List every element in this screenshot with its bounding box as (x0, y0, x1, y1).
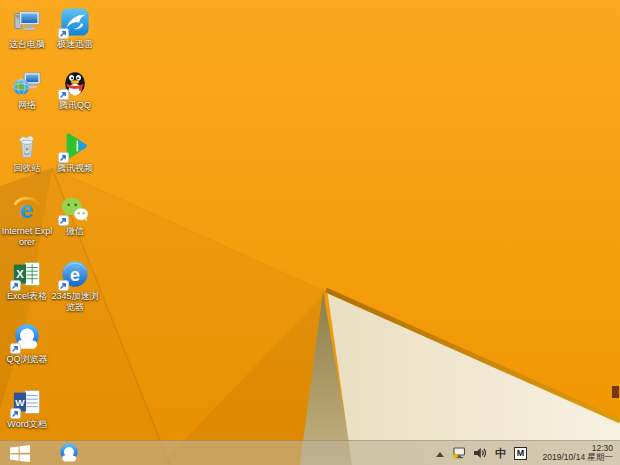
desktop-icon-label: 网络 (18, 100, 36, 111)
network-warning-icon (452, 447, 466, 460)
svg-text:e: e (70, 265, 80, 285)
desktop-icon-label: 这台电脑 (9, 39, 45, 50)
chevron-up-icon (436, 452, 444, 457)
desktop-icon-label: 腾讯QQ (59, 100, 91, 111)
recycle-bin-icon (12, 131, 42, 161)
desktop-icon-tencent-qq[interactable]: 腾讯QQ (43, 68, 107, 111)
windows-logo-icon (10, 445, 30, 462)
desktop-icon-wechat[interactable]: 微信 (43, 194, 107, 237)
desktop-icon-label: QQ浏览器 (6, 354, 47, 365)
desktop-icon-qq-browser[interactable]: QQ浏览器 (0, 322, 59, 365)
desktop-icon-xunlei[interactable]: 极速迅雷 (43, 7, 107, 50)
taskbar-qq-browser-button[interactable] (52, 441, 86, 465)
start-button[interactable] (0, 441, 40, 465)
wallpaper-artifact (612, 386, 619, 398)
shortcut-arrow-icon (10, 343, 21, 354)
shortcut-arrow-icon (58, 89, 69, 100)
ime-mode-indicator[interactable]: 中 (495, 448, 506, 459)
network-icon (12, 68, 42, 98)
desktop-icon-label: 微信 (66, 226, 84, 237)
desktop-icon-label: Excel表格 (7, 291, 47, 302)
ime-language-indicator[interactable]: M (514, 447, 527, 460)
shortcut-arrow-icon (58, 152, 69, 163)
show-hidden-icons-button[interactable] (436, 450, 444, 457)
network-status-icon[interactable] (452, 447, 466, 460)
internet-explorer-icon: e (12, 194, 42, 224)
taskbar-clock[interactable]: 12:30 2019/10/14 星期一 (535, 444, 613, 463)
desktop-icon-label: 极速迅雷 (57, 39, 93, 50)
qq-browser-icon (58, 442, 80, 464)
clock-date: 2019/10/14 星期一 (535, 453, 613, 463)
speaker-icon (474, 447, 487, 459)
desktop-icon-label: Word文档 (7, 419, 46, 430)
desktop-icon-label: 腾讯视频 (57, 163, 93, 174)
svg-text:W: W (15, 397, 25, 408)
shortcut-arrow-icon (10, 280, 21, 291)
shortcut-arrow-icon (10, 408, 21, 419)
shortcut-arrow-icon (58, 280, 69, 291)
desktop-icon-word[interactable]: W Word文档 (0, 387, 59, 430)
desktop-icon-label: 2345加速浏览器 (48, 291, 102, 312)
desktop[interactable]: 这台电脑 网络 (0, 0, 620, 465)
shortcut-arrow-icon (58, 28, 69, 39)
shortcut-arrow-icon (58, 215, 69, 226)
volume-icon[interactable] (474, 447, 487, 459)
taskbar: 中 M 12:30 2019/10/14 星期一 (0, 440, 620, 465)
system-tray: 中 M 12:30 2019/10/14 星期一 (436, 441, 620, 465)
svg-text:X: X (16, 268, 24, 280)
desktop-icon-tencent-video[interactable]: 腾讯视频 (43, 131, 107, 174)
desktop-icon-2345-browser[interactable]: e 2345加速浏览器 (43, 259, 107, 312)
desktop-icon-label: 回收站 (14, 163, 41, 174)
this-pc-icon (12, 7, 42, 37)
